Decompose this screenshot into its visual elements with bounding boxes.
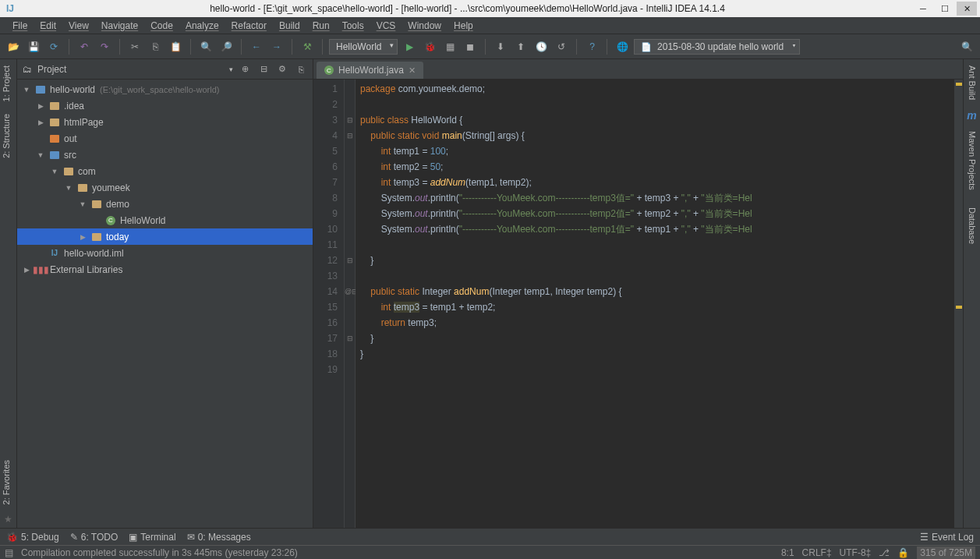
menu-build[interactable]: Build xyxy=(273,19,306,33)
tree-arrow-icon[interactable]: ▼ xyxy=(64,184,73,192)
menu-navigate[interactable]: Navigate xyxy=(95,19,144,33)
menu-file[interactable]: File xyxy=(6,19,34,33)
tree-arrow-icon[interactable]: ▶ xyxy=(36,102,45,110)
menu-vcs[interactable]: VCS xyxy=(370,19,402,33)
settings-gear-icon[interactable]: ⚙ xyxy=(275,62,289,76)
status-git-branch-icon[interactable]: ⎇ xyxy=(879,547,890,558)
menu-analyze[interactable]: Analyze xyxy=(179,19,225,33)
save-all-icon[interactable]: 💾 xyxy=(25,38,42,55)
status-caret-position[interactable]: 8:1 xyxy=(781,547,794,558)
minimize-button[interactable]: ─ xyxy=(913,2,933,16)
vcs-revert-icon[interactable]: ↺ xyxy=(553,38,570,55)
tree-row[interactable]: ▼com xyxy=(17,163,313,179)
menu-edit[interactable]: Edit xyxy=(34,19,62,33)
back-icon[interactable]: ← xyxy=(248,38,265,55)
tree-row[interactable]: IJhello-world.iml xyxy=(17,245,313,261)
vcs-update-icon[interactable]: ⬇ xyxy=(492,38,509,55)
tree-row[interactable]: ▼hello-world(E:\git_work_space\hello-wor… xyxy=(17,81,313,97)
left-tab-project[interactable]: 1: Project xyxy=(0,59,16,108)
menu-window[interactable]: Window xyxy=(402,19,448,33)
tree-row[interactable]: ▼demo xyxy=(17,196,313,212)
tree-row[interactable]: ▶today xyxy=(17,228,313,245)
left-tab-favorites[interactable]: 2: Favorites xyxy=(0,454,16,511)
tree-arrow-icon[interactable]: ▶ xyxy=(36,119,45,126)
tree-item-icon: C xyxy=(104,216,117,225)
run-icon[interactable]: ▶ xyxy=(401,38,418,55)
bottom-tab-eventlog[interactable]: ☰Event Log xyxy=(920,532,974,543)
search-everywhere-icon[interactable]: 🔍 xyxy=(958,38,975,55)
close-tab-icon[interactable]: ✕ xyxy=(409,65,416,76)
fold-gutter[interactable]: ⊟⊟⊟@⊟⊟ xyxy=(345,80,356,528)
build-icon[interactable]: ⚒ xyxy=(299,38,316,55)
tree-row[interactable]: out xyxy=(17,130,313,147)
copy-icon[interactable]: ⎘ xyxy=(147,38,164,55)
status-tool-windows-icon[interactable]: ▤ xyxy=(5,547,13,558)
collapse-all-icon[interactable]: ⊟ xyxy=(256,62,271,76)
tree-arrow-icon[interactable]: ▼ xyxy=(36,151,45,159)
close-button[interactable]: ✕ xyxy=(957,2,977,16)
bottom-tab-messages[interactable]: ✉0: Messages xyxy=(187,532,251,543)
bottom-tab-debug[interactable]: 🐞5: Debug xyxy=(6,532,59,543)
menu-tools[interactable]: Tools xyxy=(336,19,370,33)
menu-run[interactable]: Run xyxy=(306,19,336,33)
redo-icon[interactable]: ↷ xyxy=(96,38,113,55)
scroll-from-source-icon[interactable]: ⊕ xyxy=(238,62,252,76)
run-config-select[interactable]: HelloWorld xyxy=(329,39,398,55)
undo-icon[interactable]: ↶ xyxy=(76,38,93,55)
tree-item-label: youmeek xyxy=(92,182,130,193)
left-tab-structure[interactable]: 2: Structure xyxy=(0,108,16,165)
error-stripe[interactable] xyxy=(953,80,963,528)
editor-tab-label: HelloWorld.java xyxy=(338,65,404,76)
tree-item-icon: ▮▮▮ xyxy=(34,264,47,275)
tree-item-icon xyxy=(90,200,103,208)
bottom-tab-terminal[interactable]: ▣Terminal xyxy=(129,532,175,543)
maximize-button[interactable]: ☐ xyxy=(935,2,955,16)
open-file-icon[interactable]: 📂 xyxy=(5,38,22,55)
vcs-history-icon[interactable]: 🕓 xyxy=(532,38,550,55)
paste-icon[interactable]: 📋 xyxy=(167,38,184,55)
vcs-commit-select[interactable]: 📄 2015-08-30 update hello world xyxy=(634,39,800,55)
vcs-commit-icon[interactable]: ⬆ xyxy=(512,38,529,55)
warning-marker[interactable] xyxy=(956,83,962,86)
project-view-dropdown-icon[interactable]: ▾ xyxy=(229,65,233,73)
tree-row[interactable]: ▼youmeek xyxy=(17,179,313,196)
tree-arrow-icon[interactable]: ▶ xyxy=(22,266,31,274)
tree-arrow-icon[interactable]: ▼ xyxy=(78,200,87,208)
bottom-tab-todo[interactable]: ✎6: TODO xyxy=(70,532,119,543)
tree-row[interactable]: ▶▮▮▮External Libraries xyxy=(17,261,313,278)
status-lock-icon[interactable]: 🔒 xyxy=(897,547,909,558)
stop-icon[interactable]: ◼ xyxy=(462,38,479,55)
code-editor[interactable]: package com.youmeek.demo; public class H… xyxy=(356,80,953,528)
cut-icon[interactable]: ✂ xyxy=(126,38,143,55)
sync-icon[interactable]: ⟳ xyxy=(45,38,62,55)
maven-m-icon: m xyxy=(967,106,976,125)
replace-icon[interactable]: 🔎 xyxy=(218,38,235,55)
forward-icon[interactable]: → xyxy=(268,38,285,55)
menu-help[interactable]: Help xyxy=(448,19,479,33)
tree-arrow-icon[interactable]: ▶ xyxy=(78,233,87,241)
hide-panel-icon[interactable]: ⎘ xyxy=(294,62,308,76)
status-line-separator[interactable]: CRLF‡ xyxy=(802,547,832,558)
status-encoding[interactable]: UTF-8‡ xyxy=(840,547,872,558)
right-tab-maven[interactable]: Maven Projects xyxy=(966,125,978,196)
help-icon[interactable]: ? xyxy=(583,38,600,55)
warning-marker[interactable] xyxy=(956,306,962,309)
tree-row[interactable]: ▶.idea xyxy=(17,97,313,114)
tree-row[interactable]: ▼src xyxy=(17,147,313,163)
tree-row[interactable]: ▶htmlPage xyxy=(17,114,313,130)
right-tab-ant[interactable]: Ant Build xyxy=(966,59,978,106)
find-icon[interactable]: 🔍 xyxy=(197,38,214,55)
menu-view[interactable]: View xyxy=(62,19,95,33)
tree-arrow-icon[interactable]: ▼ xyxy=(50,168,59,175)
tree-arrow-icon[interactable]: ▼ xyxy=(22,86,31,94)
coverage-icon[interactable]: ▦ xyxy=(441,38,458,55)
right-tab-database[interactable]: Database xyxy=(966,201,978,250)
project-tree[interactable]: ▼hello-world(E:\git_work_space\hello-wor… xyxy=(17,80,313,528)
status-memory[interactable]: 315 of 725M xyxy=(917,547,975,559)
tree-row[interactable]: CHelloWorld xyxy=(17,212,313,228)
browser-icon[interactable]: 🌐 xyxy=(614,38,631,55)
debug-icon[interactable]: 🐞 xyxy=(421,38,438,55)
menu-refactor[interactable]: Refactor xyxy=(225,19,273,33)
menu-code[interactable]: Code xyxy=(144,19,179,33)
editor-tab-helloworld[interactable]: C HelloWorld.java ✕ xyxy=(317,62,423,79)
